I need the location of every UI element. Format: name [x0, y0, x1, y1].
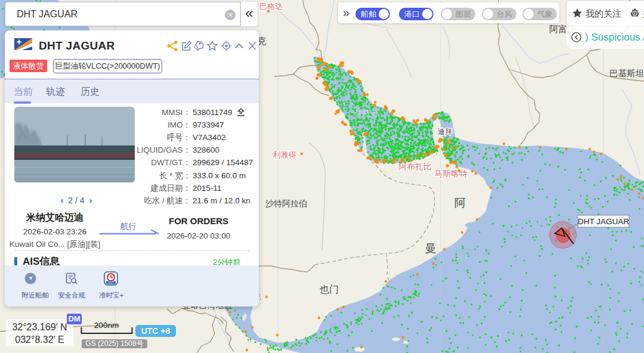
svg-text:沙特阿拉伯: 沙特阿拉伯 [265, 199, 307, 208]
svg-text:VOT: VOT [108, 281, 114, 284]
svg-text:巴格达: 巴格达 [259, 2, 283, 11]
svg-text:也门: 也门 [320, 284, 339, 295]
svg-text:巴基斯坦: 巴基斯坦 [609, 69, 644, 78]
svg-text:迪拜: 迪拜 [438, 128, 452, 136]
svg-text:马斯喀特: 马斯喀特 [434, 169, 467, 178]
svg-text:利雅得: 利雅得 [273, 150, 296, 159]
svg-text:曼: 曼 [425, 242, 436, 255]
svg-text:阿: 阿 [454, 197, 466, 209]
svg-text:DHT JAGUAR: DHT JAGUAR [578, 217, 629, 226]
svg-text:波斯湾: 波斯湾 [355, 109, 378, 118]
svg-text:阿布扎比: 阿布扎比 [398, 162, 432, 171]
